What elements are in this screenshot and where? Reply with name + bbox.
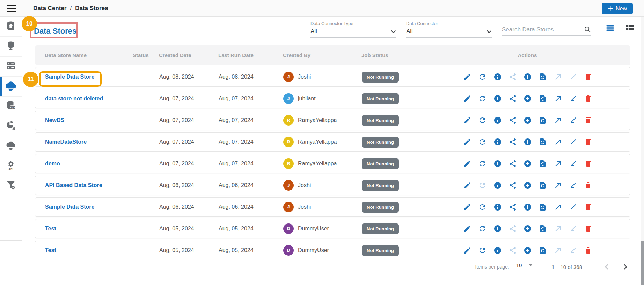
share-icon[interactable] (508, 246, 517, 255)
open-icon[interactable] (554, 94, 562, 103)
restore-icon[interactable] (539, 138, 547, 146)
data-store-name-link[interactable]: Test (45, 241, 56, 257)
edit-icon[interactable] (463, 73, 471, 81)
refresh-icon[interactable] (478, 203, 486, 211)
delete-icon[interactable] (584, 73, 592, 81)
refresh-icon[interactable] (478, 138, 486, 146)
open-icon[interactable] (554, 181, 562, 190)
data-store-name-link[interactable]: NameDataStore (45, 133, 87, 151)
delete-icon[interactable] (584, 203, 592, 211)
add-icon[interactable] (524, 203, 532, 211)
list-view-toggle[interactable] (605, 23, 615, 33)
share-icon[interactable] (508, 225, 517, 233)
open-icon[interactable] (554, 203, 562, 211)
pull-icon[interactable] (569, 246, 577, 255)
page-size-select[interactable]: 10 (514, 262, 535, 271)
data-store-name-link[interactable]: demo (45, 154, 60, 173)
open-icon[interactable] (554, 159, 562, 168)
data-connector-type-filter[interactable]: Data Connector Type All (310, 21, 396, 38)
info-icon[interactable] (493, 73, 502, 81)
data-store-name-link[interactable]: Sample Data Store (45, 67, 94, 86)
pull-icon[interactable] (569, 73, 577, 81)
restore-icon[interactable] (539, 181, 547, 190)
restore-icon[interactable] (539, 203, 547, 211)
edit-icon[interactable] (463, 94, 471, 103)
add-icon[interactable] (524, 246, 532, 255)
info-icon[interactable] (493, 116, 502, 124)
add-icon[interactable] (524, 138, 532, 146)
data-store-name-link[interactable]: Sample Data Store (45, 198, 94, 216)
refresh-icon[interactable] (478, 225, 486, 233)
new-button[interactable]: New (602, 3, 633, 14)
delete-icon[interactable] (584, 246, 592, 255)
refresh-icon[interactable] (478, 246, 486, 255)
previous-page-button[interactable] (602, 262, 612, 271)
info-icon[interactable] (493, 203, 502, 211)
pull-icon[interactable] (569, 116, 577, 124)
restore-icon[interactable] (539, 94, 547, 103)
sidebar-item-code-db[interactable]: </> (0, 97, 22, 116)
info-icon[interactable] (493, 94, 502, 103)
share-icon[interactable] (508, 181, 517, 190)
delete-icon[interactable] (584, 138, 592, 146)
sidebar-item-data-center-home[interactable] (0, 17, 22, 37)
refresh-icon[interactable] (478, 73, 486, 81)
restore-icon[interactable] (539, 246, 547, 255)
data-connector-filter[interactable]: Data Connector All (406, 21, 492, 38)
add-icon[interactable] (524, 94, 532, 103)
edit-icon[interactable] (463, 116, 471, 124)
open-icon[interactable] (554, 225, 562, 233)
refresh-icon[interactable] (478, 94, 486, 103)
share-icon[interactable] (508, 73, 517, 81)
refresh-icon[interactable] (478, 116, 486, 124)
delete-icon[interactable] (584, 181, 592, 190)
info-icon[interactable] (493, 181, 502, 190)
pull-icon[interactable] (569, 138, 577, 146)
edit-icon[interactable] (463, 203, 471, 211)
sidebar-item-data-prep[interactable] (0, 116, 22, 136)
pull-icon[interactable] (569, 225, 577, 233)
add-icon[interactable] (524, 225, 532, 233)
edit-icon[interactable] (463, 181, 471, 190)
info-icon[interactable] (493, 246, 502, 255)
add-icon[interactable] (524, 116, 532, 124)
refresh-icon[interactable] (478, 159, 486, 168)
info-icon[interactable] (493, 159, 502, 168)
restore-icon[interactable] (539, 73, 547, 81)
delete-icon[interactable] (584, 94, 592, 103)
open-icon[interactable] (554, 246, 562, 255)
breadcrumb-data-center[interactable]: Data Center (33, 5, 66, 12)
sidebar-item-api[interactable]: API (0, 156, 22, 176)
add-icon[interactable] (524, 159, 532, 168)
data-store-name-link[interactable]: Test (45, 219, 56, 238)
edit-icon[interactable] (463, 225, 471, 233)
open-icon[interactable] (554, 138, 562, 146)
breadcrumb-data-stores[interactable]: Data Stores (75, 5, 108, 12)
open-icon[interactable] (554, 116, 562, 124)
search-icon[interactable] (584, 26, 591, 33)
sidebar-item-data-lake[interactable] (0, 136, 22, 156)
grid-view-toggle[interactable] (625, 23, 635, 33)
scrollbar-thumb[interactable] (641, 241, 644, 285)
share-icon[interactable] (508, 203, 517, 211)
add-icon[interactable] (524, 181, 532, 190)
pull-icon[interactable] (569, 159, 577, 168)
pull-icon[interactable] (569, 203, 577, 211)
pull-icon[interactable] (569, 181, 577, 190)
restore-icon[interactable] (539, 225, 547, 233)
share-icon[interactable] (508, 116, 517, 124)
pull-icon[interactable] (569, 94, 577, 103)
search-input[interactable] (502, 26, 584, 33)
data-store-name-link[interactable]: API Based Data Store (45, 176, 102, 195)
delete-icon[interactable] (584, 225, 592, 233)
restore-icon[interactable] (539, 116, 547, 124)
edit-icon[interactable] (463, 246, 471, 255)
share-icon[interactable] (508, 159, 517, 168)
sidebar-item-data-stores[interactable] (0, 77, 22, 97)
sidebar-item-datasets[interactable] (0, 37, 22, 57)
sidebar-item-servers[interactable] (0, 57, 22, 77)
info-icon[interactable] (493, 138, 502, 146)
share-icon[interactable] (508, 138, 517, 146)
edit-icon[interactable] (463, 159, 471, 168)
delete-icon[interactable] (584, 116, 592, 124)
